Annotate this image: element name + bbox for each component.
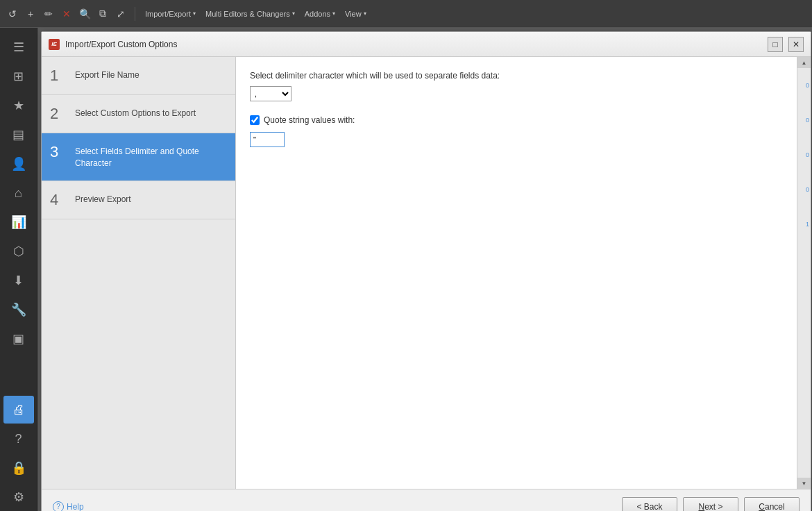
sidebar-layers-icon[interactable]: ▣ [3,325,34,353]
multi-editors-label: Multi Editors & Changers [205,10,290,18]
scroll-num-0a[interactable]: 0 [806,82,809,89]
next-button-label: N [698,502,704,512]
main-layout: ☰ ⊞ ★ ▤ 👤 ⌂ 📊 ⬡ ⬇ 🔧 ▣ 🖨 ? 🔒 ⚙ IE Import/… [0,28,812,511]
add-icon[interactable]: + [24,7,37,21]
quote-checkbox-label: Quote string values with: [264,115,355,125]
step-4-number: 4 [50,192,67,208]
sidebar-settings-icon[interactable]: ⚙ [3,483,34,511]
sidebar-chart-icon[interactable]: 📊 [3,208,34,236]
addons-menu[interactable]: Addons ▾ [302,8,338,19]
import-export-menu[interactable]: Import/Export ▾ [142,8,198,19]
step-1-number: 1 [50,68,67,83]
help-link[interactable]: ? Help [53,501,84,512]
view-menu[interactable]: View ▾ [342,8,369,19]
delimiter-select[interactable]: , ; Tab | [250,86,291,101]
multi-editors-arrow: ▾ [292,10,295,17]
sidebar-home-icon[interactable]: ⌂ [3,179,34,207]
sidebar-puzzle-icon[interactable]: ⬡ [3,237,34,265]
dialog-body: 1 Export File Name 2 Select Custom Optio… [42,57,811,489]
view-arrow: ▾ [364,10,366,17]
close-button[interactable]: ✕ [788,37,804,52]
dialog-title: Import/Export Custom Options [65,40,762,49]
content-panel: Select delimiter character which will be… [236,57,797,489]
addons-arrow: ▾ [332,10,335,17]
help-label: Help [67,502,84,512]
dialog-titlebar: IE Import/Export Custom Options □ ✕ [42,32,811,57]
sidebar-download-icon[interactable]: ⬇ [3,267,34,294]
scroll-num-1[interactable]: 1 [806,221,809,228]
step-1-label: Export File Name [75,68,139,81]
addons-label: Addons [305,10,330,18]
search-icon[interactable]: 🔍 [78,7,92,21]
scroll-num-0b[interactable]: 0 [806,117,809,124]
delete-icon[interactable]: ✕ [60,7,74,21]
delimiter-label: Select delimiter character which will be… [250,71,783,81]
step-3-label: Select Fields Delimiter and Quote Charac… [75,144,227,169]
step-4-label: Preview Export [75,192,131,206]
toolbar: ↺ + ✏ ✕ 🔍 ⧉ ⤢ Import/Export ▾ Multi Edit… [0,0,812,28]
sidebar-question-icon[interactable]: ? [3,425,34,453]
move-icon[interactable]: ⤢ [114,7,128,21]
quote-input[interactable] [250,132,285,147]
scroll-up-button[interactable]: ▲ [797,57,811,68]
sidebar-grid-icon[interactable]: ⊞ [3,62,34,90]
cancel-underline: C [759,502,765,512]
quote-checkbox[interactable] [250,115,260,125]
view-label: View [345,10,362,18]
undo-icon[interactable]: ↺ [6,7,19,21]
sidebar-person-icon[interactable]: 👤 [3,150,34,178]
content-area: IE Import/Export Custom Options □ ✕ 1 Ex… [37,28,812,511]
maximize-button[interactable]: □ [768,37,783,52]
sidebar-book-icon[interactable]: ▤ [3,121,34,149]
dialog-footer: ? Help < Back Next > Cancel [42,489,811,511]
section-gap [250,101,783,115]
separator [135,7,135,21]
sidebar-lock-icon[interactable]: 🔒 [3,454,34,482]
dialog: IE Import/Export Custom Options □ ✕ 1 Ex… [41,31,811,511]
import-export-label: Import/Export [145,10,191,18]
help-icon: ? [53,501,64,512]
sidebar-icons: ☰ ⊞ ★ ▤ 👤 ⌂ 📊 ⬡ ⬇ 🔧 ▣ 🖨 ? 🔒 ⚙ [0,28,37,511]
sidebar-menu-icon[interactable]: ☰ [3,33,34,61]
scroll-down-button[interactable]: ▼ [797,478,811,489]
sidebar-star-icon[interactable]: ★ [3,92,34,119]
copy-icon[interactable]: ⧉ [96,7,110,21]
step-2[interactable]: 2 Select Custom Options to Export [42,95,235,133]
edit-icon[interactable]: ✏ [42,7,56,21]
multi-editors-menu[interactable]: Multi Editors & Changers ▾ [203,8,298,19]
back-button[interactable]: < Back [622,497,677,512]
step-4[interactable]: 4 Preview Export [42,181,235,219]
scroll-numbers: 0 0 0 0 1 [806,82,809,228]
steps-panel: 1 Export File Name 2 Select Custom Optio… [42,57,236,489]
import-export-arrow: ▾ [193,10,196,17]
scroll-num-0d[interactable]: 0 [806,186,809,193]
step-3-number: 3 [50,144,67,160]
step-2-number: 2 [50,106,67,122]
right-scrollbar[interactable]: ▲ 0 0 0 0 1 ▼ [797,57,811,489]
cancel-button[interactable]: Cancel [744,497,800,512]
next-button[interactable]: Next > [683,497,738,512]
sidebar-print-icon[interactable]: 🖨 [3,396,34,424]
step-2-label: Select Custom Options to Export [75,106,196,119]
step-3[interactable]: 3 Select Fields Delimiter and Quote Char… [42,133,235,181]
scroll-track: 0 0 0 0 1 [797,68,811,478]
step-1[interactable]: 1 Export File Name [42,57,235,95]
scroll-num-0c[interactable]: 0 [806,151,809,158]
sidebar-wrench-icon[interactable]: 🔧 [3,296,34,324]
dialog-app-icon: IE [49,39,60,50]
quote-checkbox-row: Quote string values with: [250,115,783,125]
